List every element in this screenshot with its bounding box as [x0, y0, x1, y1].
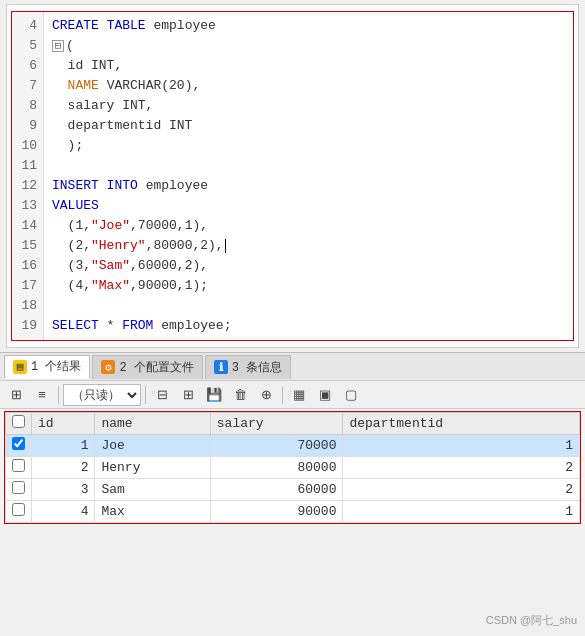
info-icon: ℹ	[214, 360, 228, 374]
editor-container: 4 5 6 7 8 9 10 11 12 13 14 15 16 17 18 1…	[6, 4, 579, 348]
add-button[interactable]: ⊕	[254, 384, 278, 406]
code-line: SELECT * FROM employee;	[52, 316, 565, 336]
select-all-checkbox[interactable]	[12, 415, 25, 428]
list-view-button[interactable]: ≡	[30, 384, 54, 406]
cell-id: 2	[32, 457, 95, 479]
column-view-button[interactable]: ▣	[313, 384, 337, 406]
line-numbers: 4 5 6 7 8 9 10 11 12 13 14 15 16 17 18 1…	[12, 12, 44, 340]
code-line: CREATE TABLE employee	[52, 16, 565, 36]
watermark: CSDN @阿七_shu	[486, 613, 577, 628]
code-content[interactable]: CREATE TABLE employee ⊟ ( id INT, NAME V…	[44, 12, 573, 340]
code-line: id INT,	[52, 56, 565, 76]
tab-info[interactable]: ℹ 3 条信息	[205, 355, 291, 379]
toolbar-separator	[145, 386, 146, 404]
code-line: INSERT INTO employee	[52, 176, 565, 196]
col-header-salary: salary	[210, 413, 343, 435]
toolbar-separator	[282, 386, 283, 404]
cell-name: Joe	[95, 435, 210, 457]
edit-mode-select[interactable]: （只读） 可编辑	[63, 384, 141, 406]
tab-results[interactable]: ▤ 1 个结果	[4, 355, 90, 379]
keyword: CREATE	[52, 16, 99, 36]
code-line: (1,"Joe",70000,1),	[52, 216, 565, 236]
code-line: VALUES	[52, 196, 565, 216]
grid-view-button[interactable]: ⊞	[4, 384, 28, 406]
cell-departmentid: 1	[343, 501, 580, 523]
code-line: NAME VARCHAR(20),	[52, 76, 565, 96]
row-checkbox-cell	[6, 479, 32, 501]
tab-config-label: 2 个配置文件	[119, 359, 193, 376]
code-line: );	[52, 136, 565, 156]
text-cursor	[225, 239, 226, 253]
code-line: (2,"Henry",80000,2),	[52, 236, 565, 256]
code-line	[52, 156, 565, 176]
cell-departmentid: 1	[343, 435, 580, 457]
col-header-departmentid: departmentid	[343, 413, 580, 435]
code-line: (3,"Sam",60000,2),	[52, 256, 565, 276]
cell-departmentid: 2	[343, 479, 580, 501]
cell-id: 3	[32, 479, 95, 501]
cell-salary: 70000	[210, 435, 343, 457]
row-checkbox-cell	[6, 457, 32, 479]
table-row[interactable]: 4 Max 90000 1	[6, 501, 580, 523]
cell-id: 4	[32, 501, 95, 523]
table-row[interactable]: 1 Joe 70000 1	[6, 435, 580, 457]
checkbox-header	[6, 413, 32, 435]
table-row[interactable]: 3 Sam 60000 2	[6, 479, 580, 501]
results-icon: ▤	[13, 360, 27, 374]
code-line: departmentid INT	[52, 116, 565, 136]
row-checkbox[interactable]	[12, 437, 25, 450]
cell-name: Henry	[95, 457, 210, 479]
config-icon: ⚙	[101, 360, 115, 374]
cell-name: Sam	[95, 479, 210, 501]
cell-departmentid: 2	[343, 457, 580, 479]
row-checkbox[interactable]	[12, 503, 25, 516]
code-line	[52, 296, 565, 316]
code-line: ⊟ (	[52, 36, 565, 56]
row-checkbox-cell	[6, 435, 32, 457]
code-line: (4,"Max",90000,1);	[52, 276, 565, 296]
paste-button[interactable]: ⊞	[176, 384, 200, 406]
col-header-name: name	[95, 413, 210, 435]
bottom-panel: ▤ 1 个结果 ⚙ 2 个配置文件 ℹ 3 条信息 ⊞ ≡ （只读） 可编辑 ⊟…	[0, 352, 585, 524]
col-header-id: id	[32, 413, 95, 435]
copy-button[interactable]: ⊟	[150, 384, 174, 406]
table-row[interactable]: 2 Henry 80000 2	[6, 457, 580, 479]
code-editor[interactable]: 4 5 6 7 8 9 10 11 12 13 14 15 16 17 18 1…	[11, 11, 574, 341]
row-checkbox[interactable]	[12, 459, 25, 472]
cell-salary: 80000	[210, 457, 343, 479]
toolbar-separator	[58, 386, 59, 404]
text-view-button[interactable]: ▢	[339, 384, 363, 406]
row-checkbox-cell	[6, 501, 32, 523]
fold-icon[interactable]: ⊟	[52, 40, 64, 52]
result-toolbar: ⊞ ≡ （只读） 可编辑 ⊟ ⊞ 💾 🗑 ⊕ ▦ ▣ ▢	[0, 381, 585, 409]
cell-name: Max	[95, 501, 210, 523]
cell-salary: 60000	[210, 479, 343, 501]
tabs-bar: ▤ 1 个结果 ⚙ 2 个配置文件 ℹ 3 条信息	[0, 353, 585, 381]
code-line: salary INT,	[52, 96, 565, 116]
keyword: TABLE	[107, 16, 146, 36]
results-table: id name salary departmentid 1 Joe 70000 …	[5, 412, 580, 523]
tab-config[interactable]: ⚙ 2 个配置文件	[92, 355, 202, 379]
save-button[interactable]: 💾	[202, 384, 226, 406]
cell-id: 1	[32, 435, 95, 457]
tab-info-label: 3 条信息	[232, 359, 282, 376]
tab-results-label: 1 个结果	[31, 358, 81, 375]
results-table-container: id name salary departmentid 1 Joe 70000 …	[4, 411, 581, 524]
table-header-row: id name salary departmentid	[6, 413, 580, 435]
cell-salary: 90000	[210, 501, 343, 523]
delete-button[interactable]: 🗑	[228, 384, 252, 406]
table-view-button[interactable]: ▦	[287, 384, 311, 406]
row-checkbox[interactable]	[12, 481, 25, 494]
